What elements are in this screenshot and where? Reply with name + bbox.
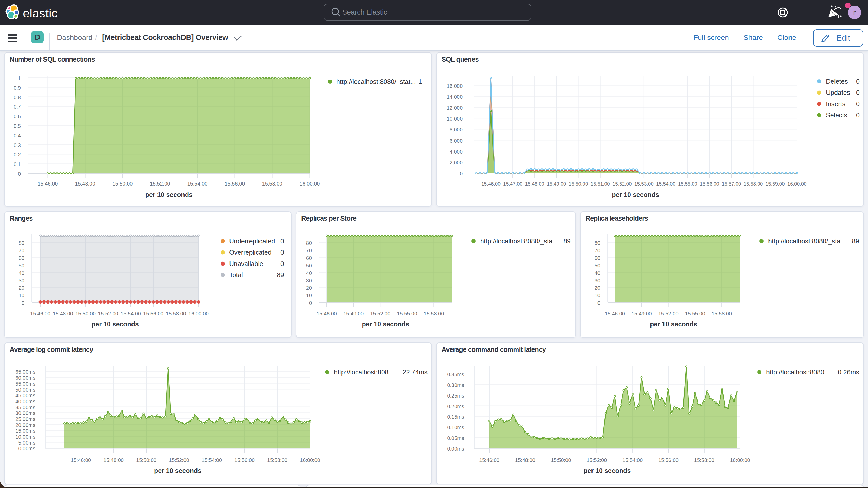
svg-text:40: 40 — [306, 270, 312, 276]
svg-text:15:56:00: 15:56:00 — [700, 181, 719, 187]
svg-text:Overreplicated: Overreplicated — [229, 249, 272, 256]
svg-text:35.00ms: 35.00ms — [16, 404, 35, 410]
svg-text:15:58:00: 15:58:00 — [694, 457, 714, 463]
svg-text:15:49:00: 15:49:00 — [631, 311, 652, 316]
svg-text:per 10 seconds: per 10 seconds — [145, 191, 193, 198]
svg-text:22.74ms: 22.74ms — [403, 368, 428, 376]
svg-text:Underreplicated: Underreplicated — [229, 238, 275, 245]
svg-text:0: 0 — [460, 171, 463, 177]
svg-text:14,000: 14,000 — [447, 94, 463, 100]
svg-text:15:46:00: 15:46:00 — [38, 181, 58, 187]
svg-text:15:53:00: 15:53:00 — [634, 181, 654, 187]
svg-text:15:51:00: 15:51:00 — [591, 181, 610, 187]
svg-text:65.00ms: 65.00ms — [16, 369, 35, 375]
svg-text:0: 0 — [856, 112, 860, 119]
svg-text:12,000: 12,000 — [447, 105, 463, 111]
svg-text:89: 89 — [277, 271, 284, 279]
svg-text:40.00ms: 40.00ms — [16, 399, 35, 404]
svg-text:15:46:00: 15:46:00 — [481, 181, 500, 187]
svg-text:10.00ms: 10.00ms — [16, 434, 35, 440]
svg-text:16:00:00: 16:00:00 — [300, 457, 320, 463]
svg-text:30: 30 — [19, 278, 24, 283]
svg-text:30: 30 — [306, 278, 312, 283]
svg-text:15:48:00: 15:48:00 — [103, 457, 124, 463]
svg-text:0.6: 0.6 — [13, 114, 21, 119]
svg-text:6,000: 6,000 — [450, 138, 463, 144]
svg-text:15:46:00: 15:46:00 — [479, 457, 499, 463]
svg-text:15:54:00: 15:54:00 — [202, 457, 222, 463]
svg-text:15:54:00: 15:54:00 — [622, 457, 643, 463]
svg-text:0.25ms: 0.25ms — [447, 393, 464, 399]
svg-text:15:48:00: 15:48:00 — [75, 181, 95, 187]
svg-text:15:56:00: 15:56:00 — [143, 311, 163, 316]
svg-text:0: 0 — [280, 249, 284, 256]
svg-text:0: 0 — [22, 300, 24, 306]
svg-text:1: 1 — [418, 78, 422, 85]
svg-text:15:58:00: 15:58:00 — [424, 311, 444, 316]
svg-text:70: 70 — [306, 248, 312, 253]
svg-text:0: 0 — [18, 171, 21, 177]
svg-text:0.15ms: 0.15ms — [447, 414, 464, 420]
svg-text:40: 40 — [19, 270, 24, 276]
svg-text:0: 0 — [856, 89, 860, 96]
svg-text:15:54:00: 15:54:00 — [656, 181, 675, 187]
svg-text:15:56:00: 15:56:00 — [658, 457, 679, 463]
svg-text:Selects: Selects — [826, 112, 847, 119]
svg-text:0: 0 — [856, 100, 860, 108]
svg-text:15:46:00: 15:46:00 — [30, 311, 51, 316]
svg-text:60.00ms: 60.00ms — [16, 375, 35, 381]
svg-text:r: r — [853, 8, 856, 17]
svg-text:15:58:00: 15:58:00 — [744, 181, 763, 187]
svg-text:15:56:00: 15:56:00 — [235, 457, 255, 463]
svg-text:Inserts: Inserts — [826, 100, 845, 108]
svg-text:55.00ms: 55.00ms — [16, 381, 35, 387]
svg-text:15:57:00: 15:57:00 — [722, 181, 741, 187]
svg-text:15:50:00: 15:50:00 — [113, 181, 133, 187]
svg-text:25.00ms: 25.00ms — [16, 416, 35, 422]
svg-text:15:52:00: 15:52:00 — [658, 311, 679, 316]
svg-text:15:55:00: 15:55:00 — [685, 311, 705, 316]
svg-text:per 10 seconds: per 10 seconds — [583, 467, 631, 474]
svg-text:15:58:00: 15:58:00 — [267, 457, 287, 463]
svg-text:10,000: 10,000 — [447, 116, 463, 122]
svg-text:0: 0 — [597, 300, 600, 306]
svg-text:16:00:00: 16:00:00 — [787, 181, 807, 187]
svg-text:15:48:00: 15:48:00 — [525, 181, 544, 187]
svg-text:20.00ms: 20.00ms — [16, 422, 35, 428]
svg-text:15:48:00: 15:48:00 — [53, 311, 73, 316]
svg-text:40: 40 — [595, 270, 600, 276]
svg-text:per 10 seconds: per 10 seconds — [650, 321, 697, 328]
svg-text:0.9: 0.9 — [13, 85, 21, 91]
svg-text:15:50:00: 15:50:00 — [569, 181, 588, 187]
svg-text:80: 80 — [595, 240, 600, 246]
svg-text:15:50:00: 15:50:00 — [75, 311, 96, 316]
svg-text:20: 20 — [306, 285, 312, 291]
svg-text:15:58:00: 15:58:00 — [262, 181, 282, 187]
svg-text:10: 10 — [19, 293, 24, 298]
svg-text:15:50:00: 15:50:00 — [136, 457, 156, 463]
svg-text:15:54:00: 15:54:00 — [187, 181, 208, 187]
svg-text:15:58:00: 15:58:00 — [712, 311, 732, 316]
svg-text:15:52:00: 15:52:00 — [150, 181, 170, 187]
svg-text:15:52:00: 15:52:00 — [587, 457, 607, 463]
svg-text:0: 0 — [280, 260, 284, 267]
svg-text:0.26ms: 0.26ms — [838, 368, 859, 376]
svg-text:0.2: 0.2 — [13, 152, 21, 157]
svg-text:15:58:00: 15:58:00 — [166, 311, 186, 316]
svg-text:0: 0 — [856, 78, 860, 85]
svg-text:per 10 seconds: per 10 seconds — [612, 191, 659, 198]
svg-text:15:54:00: 15:54:00 — [121, 311, 141, 316]
svg-text:Updates: Updates — [826, 89, 850, 96]
svg-text:5.00ms: 5.00ms — [18, 440, 35, 446]
svg-text:0.20ms: 0.20ms — [447, 403, 464, 409]
svg-text:80: 80 — [306, 240, 312, 246]
svg-text:50: 50 — [595, 263, 600, 268]
svg-text:30: 30 — [595, 278, 600, 283]
svg-text:15:52:00: 15:52:00 — [370, 311, 390, 316]
svg-text:0.3: 0.3 — [13, 143, 21, 148]
svg-text:0.00ms: 0.00ms — [447, 446, 464, 452]
svg-text:16:00:00: 16:00:00 — [188, 311, 209, 316]
svg-text:per 10 seconds: per 10 seconds — [362, 321, 409, 328]
svg-text:http://localhost:8080...: http://localhost:8080... — [766, 368, 830, 376]
svg-text:15:52:00: 15:52:00 — [169, 457, 189, 463]
